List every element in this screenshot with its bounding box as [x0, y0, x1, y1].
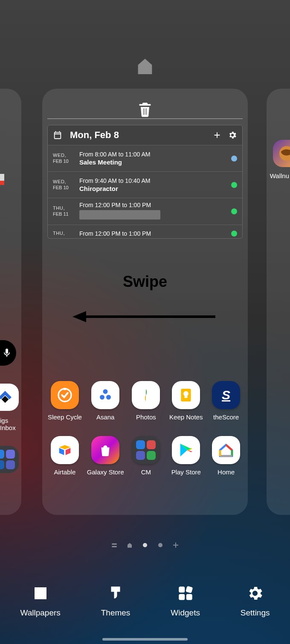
image-icon: [32, 584, 49, 602]
swipe-annotation: Swipe: [0, 273, 290, 323]
home-handle-icon[interactable]: [136, 57, 154, 74]
svg-marker-12: [59, 448, 64, 455]
svg-point-9: [183, 391, 188, 396]
app-thescore[interactable]: S theScore: [208, 381, 244, 421]
widget-partial: [0, 174, 4, 181]
photos-icon: [132, 381, 160, 409]
app-galaxy-store[interactable]: Galaxy Store: [87, 436, 124, 476]
wallpapers-label: Wallpapers: [20, 608, 60, 618]
app-icon-partial-inbox[interactable]: [0, 384, 19, 411]
gear-icon: [246, 584, 264, 602]
app-sleep-cycle[interactable]: Sleep Cycle: [47, 381, 83, 421]
app-asana[interactable]: Asana: [87, 381, 124, 421]
app-label: Photos: [136, 413, 156, 421]
calendar-event-title: Sales Meeting: [79, 159, 228, 166]
voice-assistant-pill[interactable]: [0, 340, 16, 366]
wallpapers-button[interactable]: Wallpapers: [20, 584, 60, 618]
calendar-event-row[interactable]: WED, FEB 10 From 9:40 AM to 10:40 AM Chi…: [48, 171, 242, 198]
app-photos[interactable]: Photos: [128, 381, 164, 421]
calendar-event-row[interactable]: THU, FEB 11 From 12:00 PM to 1:00 PM: [48, 198, 242, 225]
calendar-event-day: WED, FEB 10: [53, 153, 77, 165]
app-google-home[interactable]: Home: [208, 436, 244, 476]
galaxy-store-icon: [91, 436, 119, 464]
indicator-home-icon[interactable]: [127, 542, 133, 548]
app-label: Asana: [96, 413, 115, 421]
calendar-event-row[interactable]: THU, From 12:00 PM to 1:00 PM: [48, 225, 242, 238]
svg-rect-20: [179, 586, 185, 592]
folder-icon: [132, 436, 160, 464]
calendar-event-time: From 12:00 PM to 1:00 PM: [79, 202, 228, 208]
app-folder-partial[interactable]: [0, 446, 19, 473]
app-label-partial-inbox: igs Inbox: [0, 417, 21, 431]
play-store-icon: [172, 436, 200, 464]
calendar-color-dot: [231, 156, 237, 162]
calendar-event-day: WED, FEB 10: [53, 179, 77, 191]
settings-button[interactable]: Settings: [241, 584, 270, 618]
indicator-dot[interactable]: [157, 542, 163, 548]
themes-button[interactable]: Themes: [101, 584, 130, 618]
swipe-label: Swipe: [0, 273, 290, 291]
app-label: Keep Notes: [169, 413, 203, 421]
widget-partial-red: [0, 181, 4, 185]
app-label: Galaxy Store: [87, 468, 124, 476]
svg-rect-22: [179, 594, 185, 600]
svg-marker-1: [72, 311, 86, 322]
indicator-dot-current[interactable]: [142, 542, 148, 548]
svg-point-6: [100, 395, 104, 400]
svg-rect-21: [186, 586, 193, 593]
calendar-color-dot: [231, 208, 237, 214]
home-page-next[interactable]: Wallnu: [267, 89, 290, 515]
indicator-add-icon[interactable]: [173, 542, 179, 548]
svg-rect-14: [112, 543, 117, 545]
calendar-event-row[interactable]: WED, FEB 10 From 8:00 AM to 11:00 AM Sal…: [48, 145, 242, 171]
svg-rect-23: [186, 594, 192, 600]
app-label: Play Store: [171, 468, 201, 476]
asana-icon: [91, 381, 119, 409]
left-arrow-icon: [72, 310, 218, 323]
widgets-icon: [177, 584, 194, 602]
divider: [47, 118, 243, 119]
gear-icon[interactable]: [228, 130, 237, 140]
calendar-event-day: THU,: [53, 231, 77, 237]
gesture-nav-bar[interactable]: [102, 638, 188, 641]
calendar-color-dot: [231, 182, 237, 188]
airtable-icon: [51, 436, 79, 464]
calendar-widget-header: Mon, Feb 8: [48, 125, 242, 145]
remove-widget-zone[interactable]: [42, 89, 248, 118]
home-editor-bottom-bar: Wallpapers Themes Widgets Settings: [0, 584, 290, 618]
indicator-feeds-icon[interactable]: [111, 542, 117, 548]
brush-icon: [107, 584, 125, 602]
app-play-store[interactable]: Play Store: [168, 436, 204, 476]
thescore-icon: S: [212, 381, 240, 409]
widgets-label: Widgets: [171, 608, 200, 618]
app-icon-partial-wallnut[interactable]: [273, 140, 290, 167]
calendar-color-dot: [231, 231, 237, 237]
calendar-event-time: From 9:40 AM to 10:40 AM: [79, 177, 228, 184]
svg-point-16: [143, 543, 147, 547]
widgets-button[interactable]: Widgets: [171, 584, 200, 618]
svg-point-17: [158, 543, 162, 547]
app-label: theScore: [213, 413, 239, 421]
svg-rect-10: [185, 396, 188, 398]
app-airtable[interactable]: Airtable: [47, 436, 83, 476]
svg-point-7: [106, 395, 111, 400]
redacted-title: [79, 210, 160, 219]
calendar-icon: [53, 130, 62, 140]
calendar-widget[interactable]: Mon, Feb 8 WED, FEB 10 From 8:00 AM to 1…: [47, 125, 243, 239]
sleep-cycle-icon: [51, 381, 79, 409]
app-keep-notes[interactable]: Keep Notes: [168, 381, 204, 421]
svg-point-5: [103, 389, 108, 394]
svg-rect-4: [64, 388, 67, 390]
calendar-date-title: Mon, Feb 8: [70, 130, 206, 141]
trash-icon: [136, 100, 154, 118]
app-label-partial-wallnut: Wallnu: [270, 172, 289, 179]
svg-rect-19: [173, 545, 178, 546]
calendar-event-title: Chiropractor: [79, 185, 228, 192]
page-indicators[interactable]: [0, 542, 290, 548]
app-folder-cm[interactable]: CM: [128, 436, 164, 476]
app-label: Home: [218, 468, 235, 476]
svg-rect-15: [112, 546, 117, 547]
add-event-icon[interactable]: [212, 130, 222, 140]
svg-marker-13: [66, 448, 71, 455]
themes-label: Themes: [101, 608, 130, 618]
